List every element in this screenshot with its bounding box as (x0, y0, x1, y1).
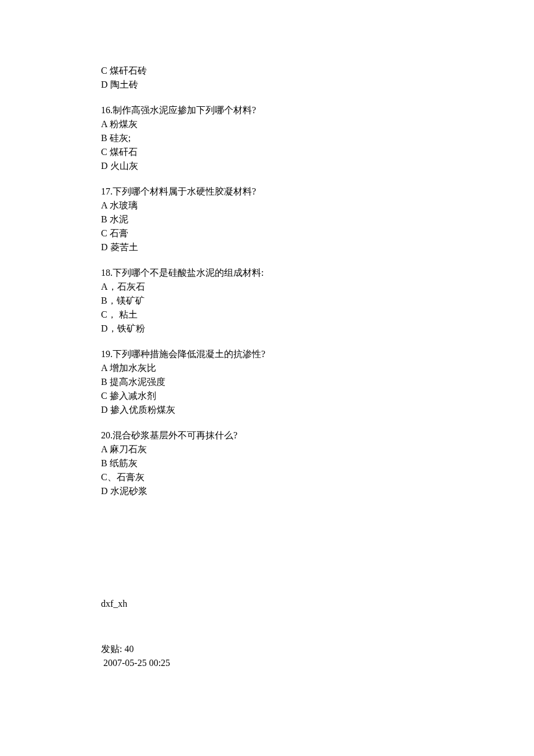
option-line: C， 粘土 (101, 308, 534, 322)
question-title: 18.下列哪个不是硅酸盐水泥的组成材料: (101, 266, 534, 280)
option-line: C 掺入减水剂 (101, 389, 534, 403)
option-line: C 煤矸石 (101, 145, 534, 159)
option-line: D，铁矿粉 (101, 322, 534, 336)
option-line: B 提高水泥强度 (101, 375, 534, 389)
question-18: 18.下列哪个不是硅酸盐水泥的组成材料: A，石灰石 B，镁矿矿 C， 粘土 D… (101, 266, 534, 336)
question-20: 20.混合砂浆基层外不可再抹什么? A 麻刀石灰 B 纸筋灰 C、石膏灰 D 水… (101, 429, 534, 498)
option-line: C、石膏灰 (101, 470, 534, 484)
option-line: A 粉煤灰 (101, 117, 534, 131)
option-line: D 菱苦土 (101, 240, 534, 254)
option-line: D 掺入优质粉煤灰 (101, 403, 534, 417)
username: dxf_xh (101, 597, 534, 611)
question-title: 16.制作高强水泥应掺加下列哪个材料? (101, 103, 534, 117)
post-timestamp: 2007-05-25 00:25 (101, 656, 534, 670)
option-line: C 石膏 (101, 226, 534, 240)
option-line: B，镁矿矿 (101, 294, 534, 308)
post-meta: dxf_xh 发贴: 40 2007-05-25 00:25 (101, 597, 534, 670)
option-line: C 煤矸石砖 (101, 64, 534, 78)
partial-question-remainder: C 煤矸石砖 D 陶土砖 (101, 64, 534, 92)
question-19: 19.下列哪种措施会降低混凝土的抗渗性? A 增加水灰比 B 提高水泥强度 C … (101, 347, 534, 417)
question-title: 19.下列哪种措施会降低混凝土的抗渗性? (101, 347, 534, 361)
option-line: D 火山灰 (101, 159, 534, 173)
option-line: B 水泥 (101, 213, 534, 226)
option-line: B 纸筋灰 (101, 456, 534, 470)
question-16: 16.制作高强水泥应掺加下列哪个材料? A 粉煤灰 B 硅灰; C 煤矸石 D … (101, 103, 534, 173)
option-line: D 水泥砂浆 (101, 484, 534, 498)
question-title: 17.下列哪个材料属于水硬性胶凝材料? (101, 185, 534, 199)
option-line: A 麻刀石灰 (101, 442, 534, 456)
option-line: A 水玻璃 (101, 199, 534, 213)
document-page: C 煤矸石砖 D 陶土砖 16.制作高强水泥应掺加下列哪个材料? A 粉煤灰 B… (0, 0, 534, 756)
option-line: D 陶土砖 (101, 78, 534, 92)
option-line: B 硅灰; (101, 131, 534, 145)
option-line: A 增加水灰比 (101, 361, 534, 375)
question-title: 20.混合砂浆基层外不可再抹什么? (101, 429, 534, 442)
option-line: A，石灰石 (101, 280, 534, 294)
question-17: 17.下列哪个材料属于水硬性胶凝材料? A 水玻璃 B 水泥 C 石膏 D 菱苦… (101, 185, 534, 254)
post-count: 发贴: 40 (101, 642, 534, 656)
